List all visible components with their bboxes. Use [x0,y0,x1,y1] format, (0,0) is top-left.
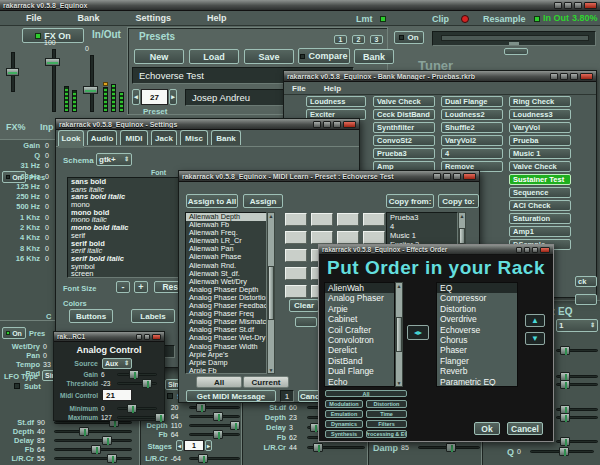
bank-preset-button[interactable]: VaryVol2 [441,135,503,146]
menu-item[interactable]: Bank [78,13,100,23]
transfer-arrows-icon[interactable]: ◂▸ [407,325,429,340]
category-button[interactable]: Modulation [325,400,363,408]
menu-item[interactable]: Settings [136,13,172,23]
font-size-plus-button[interactable]: + [134,281,148,293]
category-button[interactable]: Synthesis [325,430,363,438]
bank-preset-button[interactable]: Prueba [509,135,571,146]
preset-load-button[interactable]: Load [189,49,239,64]
bank-preset-button[interactable]: Synthfilter [373,122,435,133]
output-fader-knob[interactable] [83,86,98,94]
bank-preset-button[interactable]: Loudness2 [441,109,503,120]
bank-preset-button[interactable]: Loudness3 [509,109,571,120]
bank-preset-button[interactable]: Loudness [306,96,366,107]
close-icon[interactable] [580,73,593,80]
main-window-buttons[interactable] [554,2,597,9]
menu-item[interactable]: Help [324,84,341,93]
current-button[interactable]: Current [243,376,289,388]
minimize-icon[interactable] [516,247,522,253]
pareq-slider[interactable] [556,380,598,389]
preset-number-box[interactable]: 27 [141,89,168,105]
midi-preset-item[interactable]: 4 [387,222,457,231]
midi-assign-cell[interactable] [311,213,333,226]
category-button[interactable]: Distortion [366,400,407,408]
close-icon[interactable] [463,173,476,180]
category-button[interactable]: Time [366,410,407,418]
midi-assign-cell[interactable] [337,213,359,226]
param-slider[interactable] [189,403,240,412]
assign-button[interactable]: Assign [243,194,283,208]
effect-item[interactable]: Reverb [437,366,517,376]
stages-up-button[interactable]: ▸ [205,440,212,451]
midi-assign-cell[interactable] [311,231,333,244]
bank-preset-button[interactable]: ACI Check [509,200,571,211]
aux-fader-knob[interactable] [6,68,19,76]
font-list-item[interactable]: screen [68,270,178,278]
maximize-icon[interactable] [323,121,331,128]
bank-preset-button[interactable]: ck [575,276,597,287]
midi-param-scrollbar[interactable]: ▲▼ [267,212,275,374]
damp-slider[interactable] [418,443,480,452]
tuner-on-button[interactable]: On [394,31,424,44]
q-slider[interactable] [530,447,594,456]
get-midi-message-button[interactable]: Get MIDI Message [186,390,276,402]
param-slider[interactable] [54,436,132,445]
clear-button[interactable]: Clear [289,299,319,312]
effect-item[interactable]: Echo [325,377,394,387]
param-slider[interactable] [189,454,240,463]
subt-checkbox[interactable] [14,383,20,389]
preset-save-button[interactable]: Save [244,49,294,64]
minimize-icon[interactable] [433,173,441,180]
pareq-slider[interactable] [556,437,598,446]
pareq-band-select[interactable]: 1⇕ [556,319,598,332]
effect-item[interactable]: Analog Phaser [325,293,394,303]
output-fader-track[interactable] [90,55,94,112]
shade-icon[interactable] [570,73,578,80]
effect-item[interactable]: EQ [437,283,517,293]
midi-param-item[interactable]: Arpie Fb [186,367,266,374]
category-button[interactable]: Dynamics [325,420,363,428]
midi-assign-cell[interactable] [363,231,385,244]
bank-preset-button[interactable]: Music 1 [509,148,571,159]
stages-down-button[interactable]: ◂ [176,440,183,451]
color-button[interactable]: Buttons [69,309,113,323]
midi-assign-cell[interactable] [337,231,359,244]
menu-item[interactable]: File [292,84,306,93]
param-slider[interactable] [117,370,157,379]
preset-prev-arrow[interactable]: ◂ [132,89,140,105]
stages-value-box[interactable]: 1 [184,440,204,451]
midi-assign-cell[interactable] [285,249,307,262]
copy-from-button[interactable]: Copy from: [386,194,434,208]
bank-preset-button[interactable]: Prueba3 [373,148,435,159]
effect-item[interactable]: Echoverse [437,325,517,335]
midi-assign-cell[interactable] [363,213,385,226]
bank-preset-button[interactable]: Ceck DistBand [373,109,435,120]
tuner-small-button[interactable] [504,48,528,55]
minimize-icon[interactable] [554,2,562,9]
maximize-icon[interactable] [560,73,568,80]
param-slider[interactable] [117,404,157,413]
effect-item[interactable]: DistBand [325,356,394,366]
bank-preset-button[interactable]: 4 [441,148,503,159]
ok-button[interactable]: Ok [474,422,500,435]
quick-bank-button[interactable]: 2 [352,35,365,44]
move-down-icon[interactable]: ▼ [525,332,545,345]
close-icon[interactable] [343,121,356,128]
maximize-icon[interactable] [564,2,572,9]
bank-preset-button[interactable]: Valve Check [509,161,571,172]
effect-item[interactable]: Cabinet [325,314,394,324]
effect-item[interactable]: AlienWah [325,283,394,293]
bank-preset-button[interactable]: Valve Check [373,96,435,107]
param-slider[interactable] [189,412,240,421]
tab-jack[interactable]: Jack [151,130,177,145]
all-button[interactable]: All [196,376,242,388]
tab-midi[interactable]: MIDI [120,130,148,145]
preset-compare-button[interactable]: Compare [298,48,350,64]
tab-audio[interactable]: Audio [87,130,117,145]
effect-item[interactable]: Derelict [325,345,394,355]
minimize-icon[interactable] [550,73,558,80]
shade-icon[interactable] [532,247,538,253]
category-button[interactable]: Emulation [325,410,363,418]
schema-dropdown[interactable]: gtk+⇕ [96,153,132,166]
quick-bank-button[interactable]: 3 [370,35,383,44]
param-slider[interactable] [307,443,365,452]
